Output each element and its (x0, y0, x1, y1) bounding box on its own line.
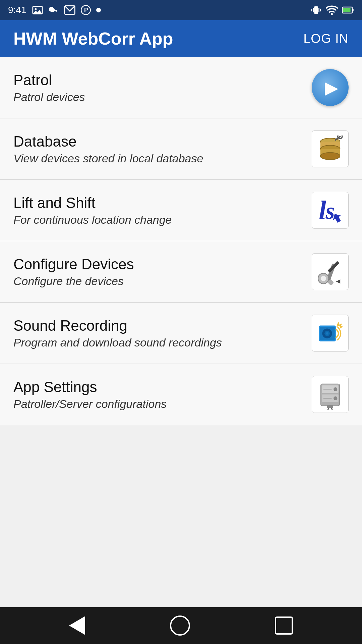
database-icon (312, 130, 349, 167)
dot-icon (96, 8, 101, 12)
battery-icon (342, 5, 354, 15)
svg-rect-14 (343, 8, 351, 12)
svg-rect-9 (311, 9, 312, 12)
login-button[interactable]: LOG IN (303, 32, 349, 46)
configure-icon (312, 253, 349, 290)
menu-title-patrol: Patrol (13, 72, 312, 89)
recent-icon (275, 616, 293, 635)
status-time: 9:41 (8, 5, 26, 15)
menu-title-appsettings: App Settings (13, 379, 312, 395)
recent-button[interactable] (275, 616, 293, 635)
bottom-nav (0, 607, 362, 644)
patrol-icon (312, 69, 349, 106)
menu-title-database: Database (13, 133, 312, 150)
svg-text:l: l (319, 195, 326, 224)
vibrate-icon (310, 4, 322, 16)
svg-point-40 (334, 387, 337, 391)
liftshift-icon: l s (312, 192, 349, 229)
home-button[interactable] (170, 615, 190, 636)
svg-point-19 (320, 153, 340, 160)
menu-subtitle-database: View devices stored in local database (13, 152, 312, 165)
app-header: HWM WebCorr App LOG IN (0, 20, 362, 57)
svg-rect-6 (314, 6, 318, 14)
wifi-icon (326, 5, 338, 15)
parking-icon: P (81, 5, 91, 15)
app-title: HWM WebCorr App (13, 29, 173, 49)
svg-point-30 (321, 276, 326, 281)
menu-item-soundrecording[interactable]: Sound Recording Program and download sou… (0, 303, 362, 364)
svg-point-41 (334, 396, 337, 400)
status-left: 9:41 P (8, 4, 101, 16)
svg-point-11 (331, 13, 333, 15)
home-icon (170, 615, 190, 636)
menu-title-liftshift: Lift and Shift (13, 195, 312, 211)
status-bar: 9:41 P (0, 0, 362, 20)
menu-title-soundrecording: Sound Recording (13, 317, 312, 334)
svg-point-1 (35, 8, 37, 10)
settings-icon (312, 376, 349, 413)
svg-rect-10 (320, 9, 321, 12)
sound-icon (312, 315, 349, 352)
svg-rect-7 (313, 8, 314, 12)
svg-point-35 (326, 332, 328, 335)
menu-text-configure: Configure Devices Configure the devices (13, 256, 312, 288)
menu-text-liftshift: Lift and Shift For continuous location c… (13, 195, 312, 226)
svg-rect-44 (327, 405, 333, 408)
menu-subtitle-soundrecording: Program and download sound recordings (13, 336, 312, 349)
menu-subtitle-liftshift: For continuous location change (13, 213, 312, 226)
status-right (310, 4, 354, 16)
back-button[interactable] (69, 616, 85, 635)
menu-item-appsettings[interactable]: App Settings Patroller/Server configurat… (0, 364, 362, 425)
menu-item-database[interactable]: Database View devices stored in local da… (0, 118, 362, 180)
menu-list: Patrol Patrol devices Database View devi… (0, 57, 362, 607)
menu-text-appsettings: App Settings Patroller/Server configurat… (13, 379, 312, 411)
back-icon (69, 616, 85, 635)
menu-subtitle-configure: Configure the devices (13, 275, 312, 288)
menu-subtitle-patrol: Patrol devices (13, 91, 312, 104)
menu-item-liftshift[interactable]: Lift and Shift For continuous location c… (0, 180, 362, 241)
svg-rect-13 (352, 9, 354, 11)
menu-text-patrol: Patrol Patrol devices (13, 72, 312, 104)
image-icon (32, 4, 43, 16)
svg-text:P: P (84, 7, 88, 13)
menu-text-database: Database View devices stored in local da… (13, 133, 312, 165)
key-icon (49, 5, 59, 15)
menu-title-configure: Configure Devices (13, 256, 312, 273)
svg-rect-8 (318, 8, 319, 12)
mail-icon (64, 5, 75, 15)
menu-text-soundrecording: Sound Recording Program and download sou… (13, 317, 312, 349)
svg-marker-28 (336, 278, 342, 285)
menu-item-configure[interactable]: Configure Devices Configure the devices (0, 241, 362, 303)
svg-point-5 (96, 8, 101, 12)
menu-subtitle-appsettings: Patroller/Server configurations (13, 397, 312, 411)
menu-item-patrol[interactable]: Patrol Patrol devices (0, 57, 362, 118)
